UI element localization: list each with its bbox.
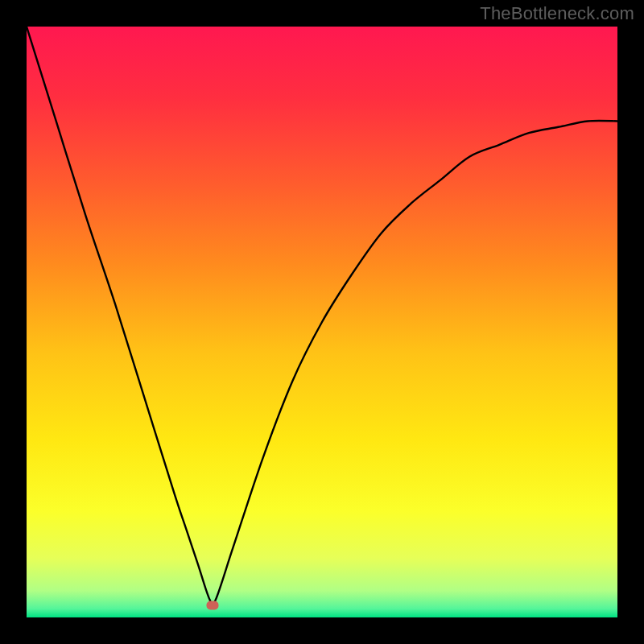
- plot-area: [27, 27, 617, 617]
- optimal-point-marker: [207, 601, 219, 610]
- chart-frame: TheBottleneck.com: [0, 0, 644, 644]
- bottleneck-curve: [27, 27, 617, 617]
- attribution-label: TheBottleneck.com: [480, 3, 634, 24]
